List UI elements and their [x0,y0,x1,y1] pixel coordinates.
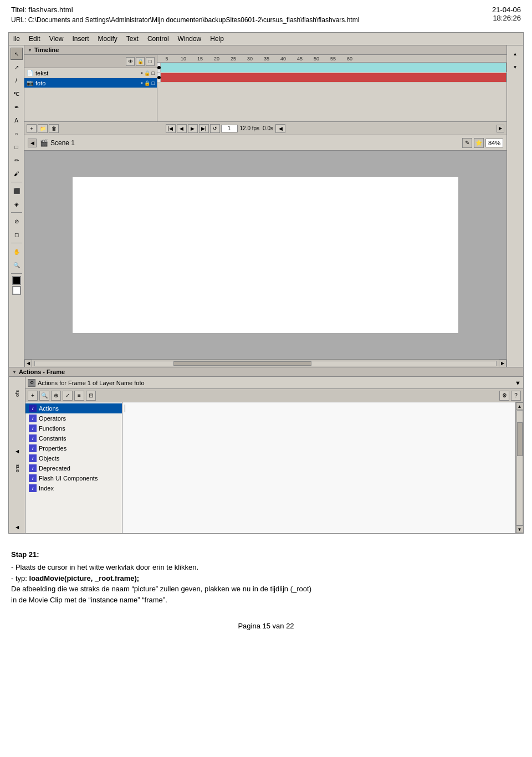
tool-eraser[interactable]: ◻ [11,228,23,241]
frame-50: 50 [308,56,325,62]
menu-item-edit[interactable]: Edit [24,34,45,44]
scroll-left-btn[interactable]: ◀ [24,360,32,367]
scene-back-btn[interactable]: ◀ [28,139,37,147]
tool-color1[interactable] [12,276,21,285]
page-footer: Pagina 15 van 22 [0,622,532,641]
actions-left-strip: ofs ◀ ons ◀ [9,377,25,533]
insert-path-btn[interactable]: ⊕ [51,391,61,401]
back-frame-btn[interactable]: ◀ [275,124,285,133]
lock-icon[interactable]: 🔒 [136,57,145,66]
find-btn[interactable]: 🔍 [39,391,49,401]
debug-btn[interactable]: ⊡ [86,391,96,401]
tool-ink[interactable]: ◈ [11,198,23,210]
menu-item-help[interactable]: Help [206,34,228,44]
actions-for-bar: ⚙ Actions for Frame 1 of Layer Name foto… [25,377,523,389]
header-right: 21-04-06 18:26:26 [492,6,521,22]
menu-item-text[interactable]: Text [122,34,143,44]
scene-edit-btn[interactable]: ✎ [462,138,472,148]
scrollbar-thumb[interactable] [173,361,312,366]
menu-item-control[interactable]: Control [143,34,173,44]
actions-for-dropdown[interactable]: ▼ [515,380,521,386]
frame-25: 25 [225,56,242,62]
tool-text[interactable]: A [11,114,23,126]
scrollbar-track[interactable] [34,361,497,366]
frame-60: 60 [341,56,358,62]
tool-pencil[interactable]: ✏ [11,154,23,166]
menu-bar: ile Edit View Insert Modify Text Control… [9,33,523,45]
v-scroll-down-btn[interactable]: ▼ [516,525,524,533]
category-objects[interactable]: i Objects [25,453,122,463]
tool-subselect[interactable]: ↗ [11,61,23,73]
play-btn[interactable]: ▶ [188,124,198,133]
help-btn[interactable]: ? [511,391,521,401]
category-index[interactable]: i Index [25,483,122,493]
add-layer-btn[interactable]: + [27,124,37,133]
menu-item-insert[interactable]: Insert [68,34,94,44]
title-value: flashvars.html [28,6,73,14]
tool-hand[interactable]: ✋ [11,245,23,258]
v-scroll-track[interactable] [516,410,523,525]
category-deprecated[interactable]: i Deprecated [25,463,122,473]
menu-item-modify[interactable]: Modify [94,34,122,44]
add-folder-btn[interactable]: 📁 [38,124,48,133]
frame-20: 20 [208,56,225,62]
actions-label: Actions - Frame [19,369,65,375]
layer-row-foto[interactable]: 📷 foto • 🔒 □ [24,78,157,88]
scene-canvas[interactable] [24,151,507,359]
category-flash-ui[interactable]: i Flash UI Components [25,473,122,483]
layer-page-icon: 📄 [27,70,33,76]
left-btn1[interactable]: ◀ [11,446,23,458]
menu-item-view[interactable]: View [45,34,68,44]
menu-item-file[interactable]: ile [9,34,24,44]
tool-arrow[interactable]: ↖ [11,48,23,60]
menu-item-window[interactable]: Window [173,34,206,44]
category-constants[interactable]: i Constants [25,433,122,443]
step-back-btn[interactable]: ◀ [177,124,187,133]
auto-format-btn[interactable]: ≡ [74,391,84,401]
tool-pen[interactable]: ✒ [11,101,23,113]
right-panel-btn2[interactable]: ▼ [509,61,521,73]
tool-brush[interactable]: 🖌 [11,167,23,180]
keyframe-foto-1[interactable] [157,73,161,82]
delete-layer-btn[interactable]: 🗑 [49,124,59,133]
layer-row-tekst[interactable]: 📄 tekst • 🔒 □ [24,68,157,78]
category-properties[interactable]: i Properties [25,443,122,453]
tool-lasso[interactable]: ℃ [11,88,23,100]
tool-line[interactable]: / [11,74,23,86]
category-operators[interactable]: i Operators [25,413,122,423]
category-actions[interactable]: i Actions [25,403,122,413]
scroll-right-arrow[interactable]: ▶ [497,125,504,132]
zoom-display: 84% [485,139,503,147]
step-forward-btn[interactable]: ▶| [199,124,209,133]
check-syntax-btn[interactable]: ✓ [63,391,73,401]
outline-icon[interactable]: □ [146,57,155,66]
v-scroll-thumb[interactable] [517,422,523,457]
v-scrollbar: ▲ ▼ [515,402,523,533]
eye-icon[interactable]: 👁 [126,57,135,66]
tool-oval[interactable]: ○ [11,127,23,140]
play-start-btn[interactable]: |◀ [166,124,176,133]
instruction-line-3: De afbeelding die we straks de naam “pic… [11,584,521,595]
scroll-right-btn[interactable]: ▶ [499,360,507,367]
tool-eyedropper[interactable]: ⊘ [11,215,23,227]
keyframe-tekst-1[interactable] [157,63,161,72]
category-functions[interactable]: i Functions [25,423,122,433]
options-btn[interactable]: ⚙ [499,391,509,401]
v-scroll-up-btn[interactable]: ▲ [516,402,524,410]
frame-input[interactable]: 1 [221,125,238,132]
h-scrollbar: ◀ ▶ [24,359,507,367]
tool-rect[interactable]: □ [11,141,23,153]
tween-tekst [161,63,507,72]
add-action-btn[interactable]: + [28,391,38,401]
left-btn2[interactable]: ◀ [11,521,23,533]
scene-symbol-btn[interactable]: ⭐ [474,138,484,148]
actions-script[interactable] [122,402,515,533]
tool-color2[interactable] [12,286,21,295]
tool-fill[interactable]: ⬛ [11,185,23,197]
right-panel-btn1[interactable]: ▲ [509,48,521,60]
white-canvas[interactable] [73,177,458,333]
loop-btn[interactable]: ↺ [210,124,220,133]
tool-zoom[interactable]: 🔍 [11,259,23,271]
layer-name-foto: foto [35,80,45,86]
ide-main: ↖ ↗ / ℃ ✒ A ○ □ ✏ 🖌 ⬛ ◈ ⊘ ◻ ✋ 🔍 [9,45,523,367]
